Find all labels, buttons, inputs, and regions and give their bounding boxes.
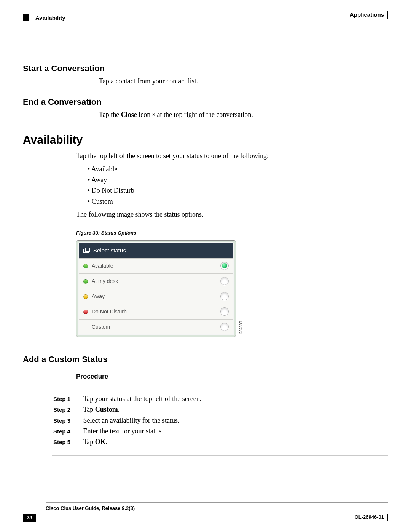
status-dialog-title: Select status	[93, 247, 126, 254]
page-footer: Cisco Cius User Guide, Release 9.2(3) 78…	[0, 502, 411, 522]
text-bold: Close	[121, 111, 137, 118]
text: at the top right of the conversation.	[155, 111, 253, 118]
step-row: Step 5 Tap OK.	[53, 437, 388, 446]
step-text-bold: OK	[95, 438, 106, 446]
heading-start-conversation: Start a Conversation	[23, 63, 388, 74]
page-content: Start a Conversation Tap a contact from …	[0, 29, 411, 456]
procedure-heading: Procedure	[76, 372, 388, 381]
presence-available-icon	[83, 279, 88, 284]
status-option-available[interactable]: Available	[79, 258, 233, 273]
header-chapter: Applications	[350, 11, 388, 19]
close-icon: ×	[152, 112, 155, 118]
figure-status-options: Select status Available At my desk Away …	[76, 240, 236, 337]
presence-available-icon	[83, 264, 88, 268]
radio-unselected-icon[interactable]	[220, 292, 229, 300]
step-label: Step 3	[53, 417, 81, 425]
step-row: Step 4 Enter the text for your status.	[53, 427, 388, 436]
step-text: Enter the text for your status.	[83, 427, 163, 435]
step-text: Select an availability for the status.	[83, 417, 180, 424]
status-option-at-my-desk[interactable]: At my desk	[79, 273, 233, 289]
status-header-icon	[83, 248, 90, 254]
step-label: Step 2	[53, 406, 81, 414]
step-label: Step 5	[53, 438, 81, 446]
list-item: • Away	[88, 175, 388, 184]
status-dialog-header: Select status	[79, 243, 233, 258]
divider	[52, 387, 388, 387]
page-number: 78	[23, 514, 36, 522]
status-option-away[interactable]: Away	[79, 289, 233, 304]
procedure-steps: Step 1 Tap your status at the top left o…	[53, 394, 388, 446]
figure-caption: Figure 33: Status Options	[76, 230, 388, 236]
body-text: Tap the Close icon × at the top right of…	[99, 110, 388, 119]
header-marker-icon	[23, 14, 29, 21]
presence-away-icon	[83, 294, 88, 299]
step-text: .	[106, 438, 108, 446]
text: icon	[137, 111, 152, 118]
step-row: Step 1 Tap your status at the top left o…	[53, 394, 388, 403]
status-option-label: Do Not Disturb	[92, 308, 127, 315]
step-row: Step 3 Select an availability for the st…	[53, 416, 388, 425]
radio-unselected-icon[interactable]	[220, 323, 229, 331]
radio-unselected-icon[interactable]	[220, 307, 229, 316]
step-text: Tap	[83, 438, 95, 446]
body-text: Tap a contact from your contact list.	[99, 77, 388, 86]
status-option-label: Away	[92, 293, 105, 299]
step-row: Step 2 Tap Custom.	[53, 405, 388, 414]
status-option-custom[interactable]: Custom	[79, 319, 233, 334]
page-header: Applications Availability	[0, 0, 411, 27]
heading-availability: Availability	[23, 132, 388, 148]
divider	[46, 502, 388, 503]
list-item: • Available	[88, 165, 388, 174]
radio-unselected-icon[interactable]	[220, 277, 229, 285]
status-bullet-list: • Available • Away • Do Not Disturb • Cu…	[88, 165, 388, 206]
step-label: Step 1	[53, 395, 81, 403]
header-section: Availability	[35, 14, 65, 22]
text: Tap the	[99, 111, 121, 118]
heading-end-conversation: End a Conversation	[23, 96, 388, 108]
footer-doc-title: Cisco Cius User Guide, Release 9.2(3)	[46, 505, 388, 512]
body-text: Tap the top left of the screen to set yo…	[76, 151, 388, 160]
body-text: The following image shows the status opt…	[76, 210, 388, 219]
step-label: Step 4	[53, 428, 81, 435]
doc-number: OL-26946-01	[355, 514, 388, 521]
step-text: .	[118, 406, 120, 413]
step-text: Tap your status at the top left of the s…	[83, 395, 202, 403]
list-item: • Do Not Disturb	[88, 186, 388, 195]
heading-add-custom-status: Add a Custom Status	[23, 354, 388, 365]
status-option-dnd[interactable]: Do Not Disturb	[79, 304, 233, 319]
presence-dnd-icon	[83, 310, 88, 314]
status-option-label: At my desk	[92, 278, 118, 284]
figure-id: 282890	[239, 321, 244, 334]
svg-rect-1	[85, 248, 90, 252]
step-text-bold: Custom	[95, 406, 118, 413]
radio-selected-icon[interactable]	[220, 262, 229, 270]
list-item: • Custom	[88, 197, 388, 206]
status-option-label: Custom	[92, 324, 110, 330]
divider	[52, 455, 388, 456]
status-option-label: Available	[92, 263, 113, 269]
step-text: Tap	[83, 406, 95, 413]
